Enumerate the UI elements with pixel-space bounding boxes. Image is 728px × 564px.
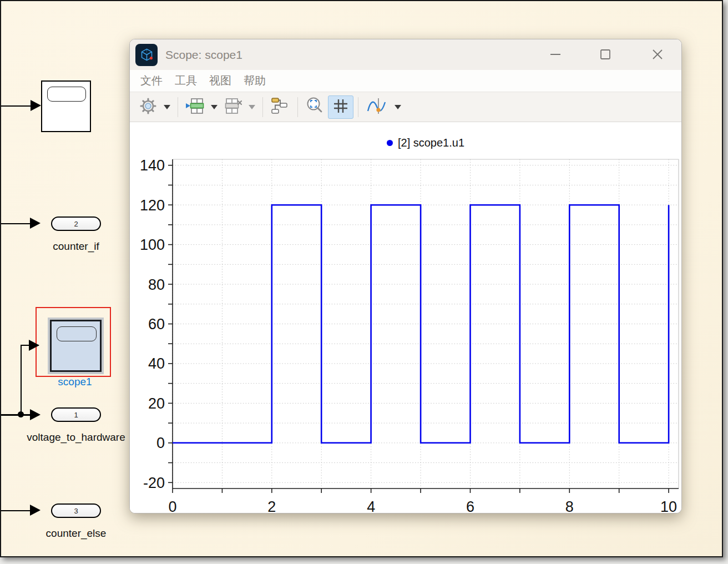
menu-file[interactable]: 文件 [134, 73, 169, 88]
menu-tools[interactable]: 工具 [169, 73, 203, 88]
signal-cursor-button[interactable] [363, 95, 392, 119]
wire-arrowhead [30, 218, 41, 229]
svg-text:-20: -20 [143, 475, 165, 491]
scope-window: Scope: scope1 文件 工具 视图 帮助 [129, 39, 682, 513]
svg-text:120: 120 [140, 197, 165, 214]
block-label-scope1[interactable]: scope1 [58, 376, 92, 388]
menu-help[interactable]: 帮助 [237, 73, 272, 88]
svg-text:0: 0 [168, 498, 176, 513]
gear-icon [139, 97, 158, 118]
wire-arrowhead [30, 505, 41, 516]
toolbar [130, 92, 681, 122]
minimize-button[interactable] [543, 43, 568, 66]
toolbar-separator [358, 97, 358, 117]
outport-label-counter-if: counter_if [53, 240, 99, 253]
svg-text:8: 8 [565, 498, 574, 513]
outport-counter-else[interactable]: 3 [51, 503, 101, 518]
signal-layout-button[interactable] [267, 95, 293, 119]
scope-block-top[interactable] [41, 80, 91, 132]
toolbar-separator [262, 97, 263, 117]
svg-text:80: 80 [148, 276, 165, 293]
add-display-button[interactable] [183, 95, 208, 119]
port-number: 1 [74, 411, 78, 419]
wire-branch-vertical[interactable] [21, 345, 22, 415]
scope-content: 0246810-20020406080100120140 [2] scope1.… [130, 122, 681, 513]
add-display-icon [185, 97, 206, 118]
svg-text:2: 2 [267, 498, 276, 513]
outport-voltage-to-hardware[interactable]: 1 [51, 407, 101, 422]
wire-junction-dot [18, 411, 24, 417]
outport-label-voltage: voltage_to_hardware [27, 431, 125, 444]
window-title: Scope: scope1 [165, 48, 242, 62]
port-number: 3 [74, 507, 78, 515]
remove-display-icon [223, 97, 244, 118]
svg-text:20: 20 [148, 395, 165, 412]
maximize-button[interactable] [593, 43, 618, 66]
toolbar-separator [178, 97, 178, 117]
grid-icon [331, 97, 350, 118]
add-display-dropdown[interactable] [208, 95, 220, 119]
svg-text:10: 10 [660, 498, 677, 513]
remove-display-button[interactable] [220, 95, 246, 119]
menubar: 文件 工具 视图 帮助 [130, 70, 681, 92]
wire-arrowhead [29, 340, 39, 351]
outport-label-counter-else: counter_else [46, 527, 107, 540]
close-button[interactable] [645, 43, 670, 66]
remove-display-dropdown[interactable] [246, 95, 258, 119]
wire-arrowhead [31, 100, 41, 111]
wire-arrowhead [30, 409, 41, 420]
svg-text:0: 0 [156, 435, 165, 451]
svg-text:140: 140 [140, 157, 165, 174]
svg-text:100: 100 [140, 236, 165, 253]
scope-screen-glyph [57, 326, 97, 341]
svg-text:6: 6 [466, 498, 474, 513]
signal-cursor-dropdown[interactable] [392, 95, 404, 119]
settings-button[interactable] [135, 95, 161, 119]
plot-area[interactable]: 0246810-20020406080100120140 [130, 122, 682, 513]
svg-text:4: 4 [367, 498, 375, 513]
legend-label: [2] scope1.u1 [398, 137, 464, 149]
zoom-fit-button[interactable] [302, 95, 328, 119]
settings-dropdown[interactable] [161, 95, 173, 119]
legend-marker-dot [387, 140, 393, 146]
legend-item[interactable]: [2] scope1.u1 [173, 137, 679, 149]
zoom-fit-icon [305, 96, 325, 118]
svg-text:60: 60 [148, 316, 165, 333]
grid-toggle-button[interactable] [328, 95, 353, 119]
app-cube-icon [135, 44, 158, 66]
toolbar-separator [297, 97, 298, 117]
screenshot-root: 2 counter_if scope1 1 voltage_to_hardwar… [0, 0, 728, 564]
port-number: 2 [74, 220, 78, 228]
titlebar[interactable]: Scope: scope1 [130, 39, 681, 70]
signal-cursor-icon [366, 96, 389, 118]
signal-routing-icon [270, 96, 290, 118]
wire-to-top-scope[interactable] [1, 105, 31, 107]
menu-view[interactable]: 视图 [203, 73, 237, 88]
scope-block-scope1[interactable] [50, 320, 102, 372]
outport-counter-if[interactable]: 2 [51, 216, 101, 231]
scope-screen-glyph [47, 87, 86, 102]
svg-text:40: 40 [148, 355, 165, 372]
